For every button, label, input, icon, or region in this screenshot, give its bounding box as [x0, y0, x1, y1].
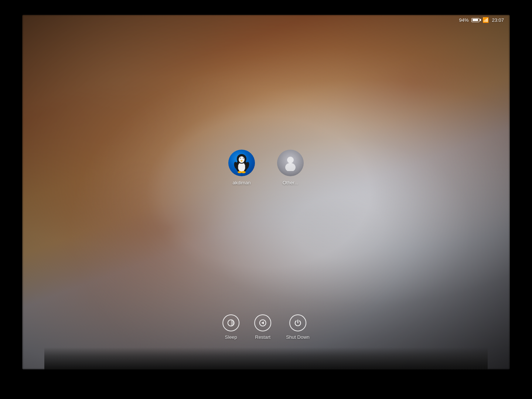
- restart-icon-circle: [254, 314, 271, 331]
- shutdown-icon-circle: [289, 314, 306, 331]
- battery-icon: [471, 18, 480, 22]
- action-buttons: Sleep Restart Shut Down: [222, 314, 310, 340]
- avatar-other: [277, 150, 304, 176]
- svg-point-13: [287, 157, 294, 163]
- users-area: akdiman Other...: [228, 150, 304, 185]
- clock: 23:07: [492, 17, 504, 23]
- sleep-icon-circle: [222, 314, 239, 331]
- battery-percent: 94%: [459, 17, 468, 23]
- svg-point-6: [240, 158, 241, 158]
- restart-button[interactable]: Restart: [254, 314, 271, 340]
- bottom-bar: [44, 347, 488, 369]
- user-other[interactable]: Other...: [277, 150, 304, 185]
- svg-point-3: [239, 156, 245, 163]
- wifi-icon: 📶: [482, 17, 489, 23]
- user-label-other: Other...: [283, 180, 299, 185]
- sleep-button[interactable]: Sleep: [222, 314, 239, 340]
- shutdown-button[interactable]: Shut Down: [286, 314, 310, 340]
- svg-point-14: [285, 163, 296, 171]
- status-bar: 94% 📶 23:07: [22, 15, 510, 25]
- svg-marker-18: [261, 321, 264, 324]
- sleep-label: Sleep: [225, 334, 237, 340]
- svg-point-10: [241, 171, 246, 173]
- user-label-akdiman: akdiman: [232, 180, 250, 185]
- restart-label: Restart: [255, 334, 270, 340]
- user-akdiman[interactable]: akdiman: [228, 150, 255, 185]
- avatar-akdiman: [228, 150, 255, 176]
- svg-point-7: [243, 158, 243, 158]
- shutdown-label: Shut Down: [286, 334, 310, 340]
